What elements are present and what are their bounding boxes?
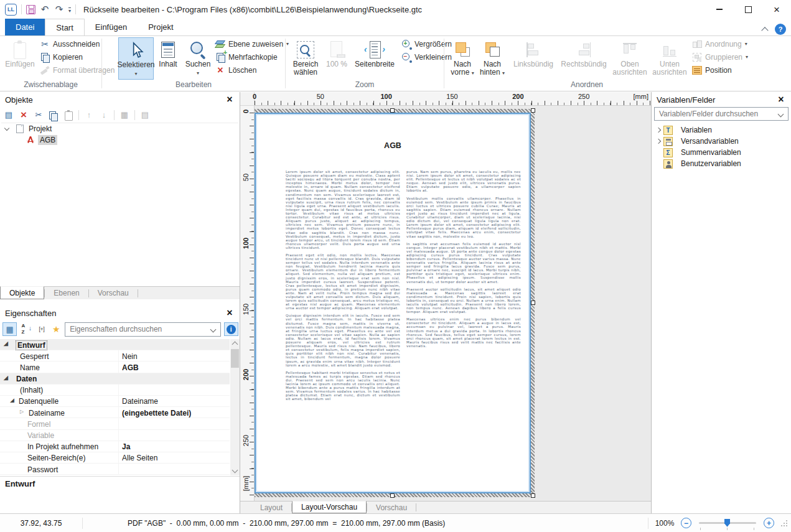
property-row[interactable]: Dateiname(eingebettete Datei) [0,407,230,418]
variables-item-summenvariablen[interactable]: Summenvariablen [654,147,789,158]
expand-icon[interactable] [4,125,9,130]
view-tab-layout-vorschau[interactable]: Layout-Vorschau [292,501,367,513]
cut-icon[interactable] [31,109,46,121]
zoom-out-button[interactable] [681,518,691,528]
expand-icon[interactable] [656,139,661,144]
customize-quick-access-icon[interactable] [68,7,71,13]
tab-start[interactable]: Start [45,19,84,35]
move-down-icon[interactable] [96,109,111,121]
object-list-icon[interactable] [138,109,152,121]
content-button[interactable]: Inhalt [155,37,181,80]
property-value[interactable]: AGB [122,363,227,372]
panel-tab-objekte[interactable]: Objekte [0,286,44,299]
maximize-button[interactable] [734,0,762,19]
categorized-view-icon[interactable] [2,322,17,336]
minimize-button[interactable] [705,0,734,19]
selection-handle[interactable] [390,493,395,498]
selection-handle[interactable] [531,108,535,113]
select-area-button[interactable]: Bereich wählen [288,37,323,80]
property-row[interactable]: Formel [0,418,230,429]
scroll-down-icon[interactable] [232,467,238,474]
view-tab-layout[interactable]: Layout [251,502,291,513]
scroll-up-icon[interactable] [232,342,238,348]
close-objects-panel-icon[interactable] [225,95,235,105]
collapse-icon[interactable] [4,340,8,347]
close-button[interactable] [762,0,791,19]
property-row[interactable]: Variable [0,430,230,441]
selection-handle[interactable] [390,108,395,113]
to-front-button[interactable]: Nach vorne ▾ [448,37,477,80]
property-row[interactable]: Seiten-Bereich(e)Alle Seiten [0,452,230,464]
document-page[interactable]: AGB Lorem ipsum dolor sit amet, consecte… [255,113,531,493]
zoom-100-button[interactable]: 100 % [324,37,350,80]
property-row[interactable]: GesperrtNein [0,350,230,362]
scroll-thumb[interactable] [231,349,239,368]
property-value[interactable]: (eingebettete Datei) [122,409,227,418]
variables-item-variablen[interactable]: Variablen [654,124,789,136]
property-category[interactable]: Entwurf [0,339,230,350]
move-up-icon[interactable] [82,109,96,121]
close-variables-panel-icon[interactable] [776,95,786,105]
tree-item-projekt[interactable]: Projekt [0,123,240,134]
to-back-button[interactable]: Nach hinten ▾ [477,37,507,80]
collapse-icon[interactable] [10,397,14,403]
paste-icon[interactable] [61,109,76,121]
property-category[interactable]: Daten [0,373,230,385]
property-row[interactable]: Passwort [0,464,230,475]
panel-tab-vorschau[interactable]: Vorschau [89,287,138,299]
help-icon[interactable] [775,24,786,35]
property-row[interactable]: DatenquelleDateiname [0,396,230,407]
panel-tab-ebenen[interactable]: Ebenen [45,287,88,299]
properties-search-input[interactable]: Eigenschaften durchsuchen [65,322,220,337]
zoom-slider[interactable] [699,522,756,525]
property-row[interactable]: In Projekt aufnehmenJa [0,441,230,452]
favorites-icon[interactable] [51,322,62,336]
view-tab-vorschau[interactable]: Vorschau [367,502,416,513]
page-width-button[interactable]: Seitenbreite [351,37,398,80]
select-button[interactable]: Selektieren [118,37,154,80]
delete-button[interactable]: Löschen [215,63,289,77]
align-right-button[interactable]: Rechtsbündig [558,37,609,80]
undo-icon[interactable] [40,4,50,14]
tab-datei[interactable]: Datei [5,19,45,35]
property-value[interactable]: Alle Seiten [122,454,227,462]
properties-scrollbar[interactable] [230,339,240,475]
selection-handle[interactable] [531,493,535,498]
multi-copy-button[interactable]: Mehrfachkopie [215,50,289,63]
variables-item-benutzervariablen[interactable]: Benutzervariablen [654,158,789,169]
selection-handle[interactable] [531,301,535,305]
align-top-button[interactable]: Oben ausrichten [610,37,650,80]
arrangement-button[interactable]: Anordnung▾ [692,37,748,50]
sort-alphabetical-icon[interactable] [20,322,32,336]
align-bottom-button[interactable]: Unten ausrichten [650,37,690,80]
group-button[interactable]: Gruppieren▾ [692,50,748,63]
paste-button[interactable]: Einfügen [2,37,37,80]
resize-grip-icon[interactable] [780,520,788,527]
property-row[interactable]: NameAGB [0,362,230,373]
collapse-ribbon-icon[interactable] [761,27,768,34]
expand-icon[interactable] [20,408,24,414]
zoom-slider-thumb[interactable] [724,519,730,527]
redo-icon[interactable] [54,4,64,14]
selection-frame[interactable]: AGB Lorem ipsum dolor sit amet, consecte… [255,109,535,497]
tab-einfuegen[interactable]: Einfügen [85,19,138,35]
info-icon[interactable] [224,322,238,336]
property-value[interactable]: Dateiname [122,397,227,406]
delete-icon[interactable] [16,109,31,121]
property-value[interactable]: Nein [122,352,227,361]
tab-projekt[interactable]: Projekt [138,19,184,35]
position-button[interactable]: Position [692,63,748,77]
collapse-icon[interactable] [4,375,8,381]
zoom-in-button[interactable] [764,518,774,528]
assign-layer-icon[interactable] [117,109,132,121]
property-row[interactable]: (Inhalt) [0,385,230,396]
search-button[interactable]: Suchen [182,37,213,80]
variables-search-input[interactable]: Variablen/Felder durchsuchen [654,107,789,121]
variables-item-versandvariablen[interactable]: Versandvariablen [654,136,789,147]
expand-icon[interactable] [656,128,661,133]
close-properties-panel-icon[interactable] [225,308,235,318]
design-canvas[interactable]: AGB Lorem ipsum dolor sit amet, consecte… [255,106,651,501]
copy-icon[interactable] [46,109,61,121]
tree-item-agb[interactable]: AGB [0,134,240,146]
expand-all-icon[interactable] [35,322,48,336]
